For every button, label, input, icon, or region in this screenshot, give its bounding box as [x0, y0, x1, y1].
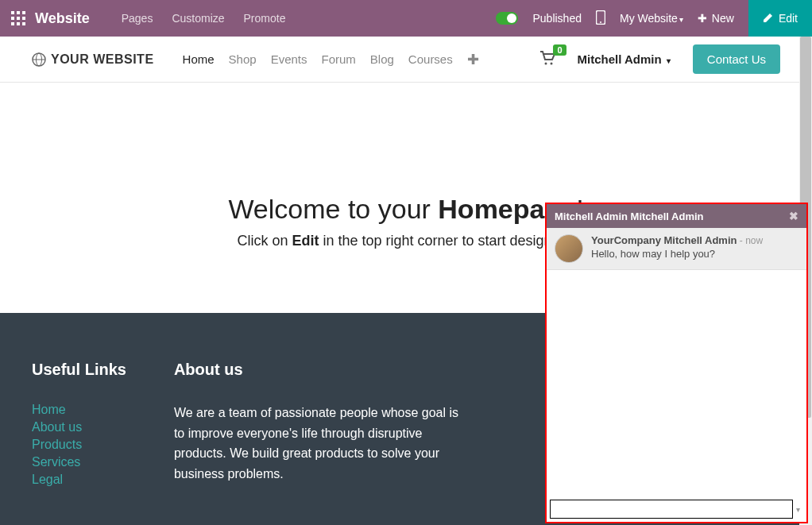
- new-button[interactable]: ✚ New: [698, 12, 734, 25]
- site-navbar: YOUR WEBSITE Home Shop Events Forum Blog…: [0, 37, 812, 83]
- svg-rect-6: [11, 22, 14, 25]
- svg-rect-8: [22, 22, 25, 25]
- top-right: Published My Website▾ ✚ New Edit: [496, 0, 801, 37]
- svg-point-14: [544, 62, 547, 64]
- svg-rect-1: [17, 11, 20, 14]
- nav-right: 0 Mitchell Admin ▾ Contact Us: [539, 44, 781, 74]
- close-icon[interactable]: ✖: [789, 210, 798, 222]
- chat-popup: Mitchell Admin Mitchell Admin ✖ YourComp…: [545, 203, 808, 523]
- footer-link-services[interactable]: Services: [32, 455, 126, 469]
- chat-scroll-area: [547, 270, 806, 496]
- chat-time-sep: -: [737, 235, 745, 246]
- cart-badge: 0: [553, 44, 566, 56]
- footer-link-legal[interactable]: Legal: [32, 473, 126, 487]
- svg-rect-2: [22, 11, 25, 14]
- mobile-preview-icon[interactable]: [596, 10, 605, 27]
- footer-link-home[interactable]: Home: [32, 403, 126, 417]
- avatar: [555, 234, 583, 263]
- footer-about-col: About us We are a team of passionate peo…: [174, 361, 460, 490]
- nav-events[interactable]: Events: [271, 52, 307, 66]
- chat-message-body: YourCompany Mitchell Admin - now Hello, …: [591, 234, 763, 263]
- footer-about-heading: About us: [174, 361, 460, 379]
- pencil-icon: [763, 12, 774, 25]
- svg-rect-3: [11, 17, 14, 20]
- chat-header[interactable]: Mitchell Admin Mitchell Admin ✖: [547, 204, 806, 228]
- chat-input-row: ▾: [547, 496, 806, 522]
- plus-icon: ✚: [698, 12, 707, 25]
- svg-point-10: [600, 21, 601, 23]
- my-website-dropdown[interactable]: My Website▾: [620, 12, 683, 25]
- chevron-down-icon[interactable]: ▾: [793, 505, 803, 514]
- nav-courses[interactable]: Courses: [408, 52, 453, 66]
- chat-from: YourCompany Mitchell Admin: [591, 234, 737, 246]
- site-logo[interactable]: YOUR WEBSITE: [32, 52, 154, 67]
- apps-icon[interactable]: [11, 11, 25, 25]
- svg-point-15: [550, 62, 552, 64]
- chat-title: Mitchell Admin Mitchell Admin: [555, 210, 704, 222]
- add-page-icon[interactable]: ✚: [467, 51, 479, 68]
- svg-rect-7: [17, 22, 20, 25]
- logo-text: YOUR WEBSITE: [51, 52, 154, 67]
- svg-rect-0: [11, 11, 14, 14]
- footer-links-heading: Useful Links: [32, 361, 126, 379]
- contact-us-button[interactable]: Contact Us: [693, 44, 780, 74]
- nav-links: Home Shop Events Forum Blog Courses ✚: [183, 51, 479, 68]
- chat-input[interactable]: [550, 500, 793, 519]
- user-dropdown[interactable]: Mitchell Admin ▾: [578, 52, 671, 66]
- nav-shop[interactable]: Shop: [229, 52, 257, 66]
- cart-button[interactable]: 0: [539, 51, 555, 68]
- menu-customize[interactable]: Customize: [172, 12, 224, 25]
- chat-text: Hello, how may I help you?: [591, 248, 763, 260]
- globe-icon: [32, 52, 46, 67]
- app-topbar: Website Pages Customize Promote Publishe…: [0, 0, 812, 37]
- nav-forum[interactable]: Forum: [321, 52, 355, 66]
- edit-button[interactable]: Edit: [748, 0, 812, 37]
- svg-rect-5: [22, 17, 25, 20]
- menu-promote[interactable]: Promote: [244, 12, 286, 25]
- footer-links-col: Useful Links Home About us Products Serv…: [32, 361, 126, 490]
- nav-blog[interactable]: Blog: [370, 52, 394, 66]
- published-label: Published: [532, 12, 582, 25]
- footer-about-text: We are a team of passionate people whose…: [174, 403, 460, 484]
- top-menu: Pages Customize Promote: [122, 12, 286, 25]
- published-toggle[interactable]: [496, 12, 518, 25]
- menu-pages[interactable]: Pages: [122, 12, 153, 25]
- footer-link-about[interactable]: About us: [32, 420, 126, 434]
- footer-link-products[interactable]: Products: [32, 438, 126, 452]
- chat-message: YourCompany Mitchell Admin - now Hello, …: [547, 228, 806, 270]
- nav-home[interactable]: Home: [183, 52, 215, 66]
- svg-rect-4: [17, 17, 20, 20]
- chat-time: now: [745, 235, 763, 246]
- app-name[interactable]: Website: [35, 10, 90, 27]
